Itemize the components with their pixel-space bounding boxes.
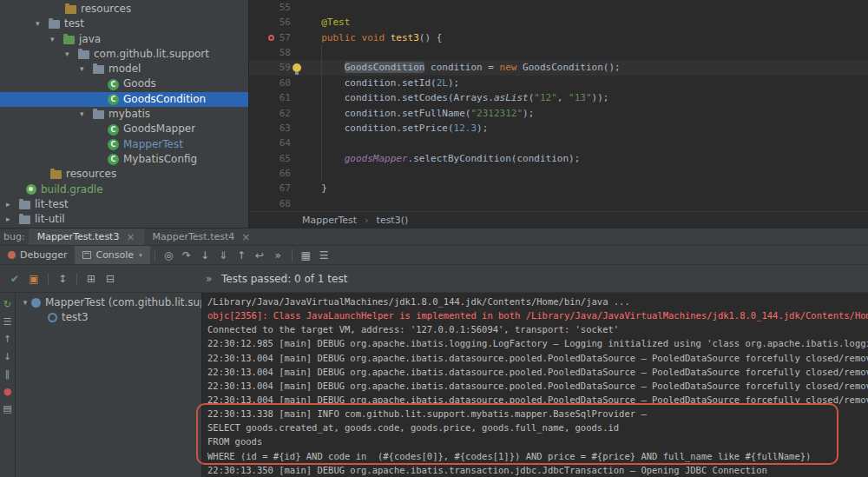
test-tree-item-test3[interactable]: test3: [16, 310, 201, 325]
line-number: 61: [249, 90, 310, 105]
project-tree-item-test[interactable]: ▾test: [0, 17, 248, 31]
chevron-down-icon[interactable]: ▾: [80, 62, 93, 76]
project-tree-item-model[interactable]: ▾model: [0, 62, 248, 76]
tab-console[interactable]: Console ▾: [75, 246, 149, 264]
test-state-icon: [31, 298, 41, 308]
scroll-to-end-icon[interactable]: ▤: [1, 402, 15, 416]
editor-line-62[interactable]: 62 condition.setFullName("2312312");: [249, 106, 868, 121]
run-test-gutter-icon[interactable]: [268, 35, 274, 41]
session-tab-mappertest-test4[interactable]: MapperTest.test4×: [144, 229, 260, 245]
editor-line-55[interactable]: 55: [249, 0, 868, 15]
editor-line-59[interactable]: 59 GoodsCondition condition = new GoodsC…: [249, 60, 868, 75]
editor-line-68[interactable]: 68: [249, 196, 868, 211]
show-execution-point-icon[interactable]: ◎: [160, 246, 178, 264]
chevron-right-icon[interactable]: ▸: [6, 197, 19, 212]
chevron-right-icon[interactable]: ▸: [6, 212, 19, 227]
line-number: 55: [249, 0, 310, 15]
project-tree-item-resources[interactable]: resources: [0, 167, 248, 182]
chevron-down-icon[interactable]: ▾: [80, 107, 93, 122]
close-icon[interactable]: ×: [241, 231, 250, 243]
breadcrumb-class[interactable]: MapperTest: [302, 215, 357, 226]
rerun-icon[interactable]: ↻: [1, 298, 15, 312]
settings-icon[interactable]: ☰: [1, 315, 15, 329]
intention-bulb-icon[interactable]: [293, 63, 301, 72]
project-tree-item-resources[interactable]: resources: [0, 2, 248, 17]
console-line: SELECT goods.created_at, goods.code, goo…: [207, 421, 868, 434]
project-tree-item-mybatis[interactable]: ▾mybatis: [0, 107, 248, 122]
project-tree-item-java[interactable]: ▾java: [0, 32, 248, 47]
editor-line-57[interactable]: 57 public void test3() {: [249, 30, 868, 45]
project-tree-item-com-github-lit-support[interactable]: ▾com.github.lit.support: [0, 47, 248, 62]
drop-frame-icon[interactable]: ↩: [251, 246, 269, 264]
editor-line-58[interactable]: 58: [249, 45, 868, 60]
gradle-icon: [26, 184, 36, 195]
debug-window-label: bug:: [0, 229, 29, 245]
code-text: }: [310, 181, 868, 195]
breadcrumb-method[interactable]: test3(): [377, 215, 409, 226]
line-number: 58: [249, 45, 310, 60]
code-text: [310, 136, 868, 150]
editor-line-65[interactable]: 65 goodsMapper.selectByCondition(conditi…: [249, 151, 868, 166]
chevron-down-icon[interactable]: ▾: [19, 295, 31, 310]
more-options-icon[interactable]: ☰: [315, 246, 333, 264]
code-editor[interactable]: 5556 @Test57 public void test3() {5859 G…: [249, 0, 868, 211]
editor-line-61[interactable]: 61 condition.setCodes(Arrays.asList("12"…: [249, 90, 868, 105]
collapse-all-icon[interactable]: ⊟: [101, 273, 120, 285]
tab-label: Console: [95, 249, 134, 261]
editor-line-56[interactable]: 56 @Test: [249, 15, 868, 30]
project-tree-item-mybatisconfig[interactable]: CMybatisConfig: [0, 152, 248, 167]
line-number: 63: [249, 121, 310, 136]
project-tree-item-build-gradle[interactable]: build.gradle: [0, 182, 248, 197]
chevron-down-icon: ▾: [139, 252, 142, 259]
project-tree-item-goods[interactable]: CGoods: [0, 76, 248, 91]
chevron-down-icon[interactable]: ▾: [65, 47, 78, 62]
run-to-cursor-icon[interactable]: »: [269, 246, 287, 264]
project-tree-item-lit-test[interactable]: ▸lit-test: [0, 197, 248, 212]
editor-line-67[interactable]: 67 }: [249, 181, 868, 195]
class-icon: C: [108, 79, 119, 90]
editor-line-66[interactable]: 66: [249, 166, 868, 181]
step-out-icon[interactable]: ↑: [233, 246, 251, 264]
next-occurrence-icon[interactable]: ↓: [1, 350, 15, 364]
breadcrumb: MapperTest › test3(): [249, 211, 868, 228]
project-tree-item-goodsmapper[interactable]: CGoodsMapper: [0, 122, 248, 136]
sort-by-duration-icon[interactable]: ↕: [53, 273, 72, 285]
show-ignored-icon[interactable]: ▣: [24, 273, 43, 285]
pause-output-icon[interactable]: ‖: [1, 368, 15, 381]
close-icon[interactable]: ×: [126, 231, 135, 243]
editor-line-64[interactable]: 64: [249, 136, 868, 150]
tree-item-label: resources: [66, 167, 116, 182]
chevron-down-icon[interactable]: ▾: [36, 17, 49, 31]
evaluate-expression-icon[interactable]: ▦: [297, 246, 315, 264]
indent-guide: [321, 45, 322, 181]
step-over-icon[interactable]: ↷: [178, 246, 196, 264]
hidden-toolbar-chevron-icon[interactable]: »: [206, 273, 212, 285]
editor-line-60[interactable]: 60 condition.setId(2L);: [249, 76, 868, 90]
console-line: 22:30:13.004 [main] DEBUG org.apache.iba…: [207, 393, 868, 407]
console-output[interactable]: /Library/Java/JavaVirtualMachines/jdk1.8…: [203, 293, 868, 477]
project-tree-item-mappertest[interactable]: CMapperTest: [0, 137, 248, 152]
session-tab-mappertest-test3[interactable]: MapperTest.test3×: [29, 229, 144, 245]
ide-window: resources▾test▾java▾com.github.lit.suppo…: [0, 0, 868, 477]
folder-icon: [19, 215, 30, 224]
tree-item-label: MybatisConfig: [123, 152, 197, 167]
code-text: [310, 45, 868, 60]
chevron-down-icon[interactable]: ▾: [50, 32, 63, 47]
line-number: 60: [249, 76, 310, 90]
test-tree-item-mappertest-com-github-lit-sup[interactable]: ▾MapperTest (com.github.lit.sup: [16, 295, 201, 310]
code-text: condition.setPrice(12.3);: [310, 121, 868, 136]
project-tree-item-goodscondition[interactable]: CGoodsCondition: [0, 92, 248, 107]
expand-all-icon[interactable]: ⊞: [82, 273, 101, 285]
tab-debugger[interactable]: Debugger: [0, 246, 75, 264]
stop-icon[interactable]: ●: [1, 385, 15, 399]
run-controls-strip: ↻☰↑↓‖●▤: [0, 293, 16, 477]
previous-occurrence-icon[interactable]: ↑: [1, 333, 15, 347]
force-step-into-icon[interactable]: ⇓: [214, 246, 233, 264]
step-into-icon[interactable]: ↓: [196, 246, 214, 264]
project-tree-item-lit-util[interactable]: ▸lit-util: [0, 212, 248, 227]
show-passed-icon[interactable]: ✔: [5, 273, 24, 285]
folder-icon: [19, 201, 30, 209]
editor-line-63[interactable]: 63 condition.setPrice(12.3);: [249, 121, 868, 136]
console-lines: /Library/Java/JavaVirtualMachines/jdk1.8…: [207, 295, 868, 477]
package-icon: [78, 50, 89, 59]
